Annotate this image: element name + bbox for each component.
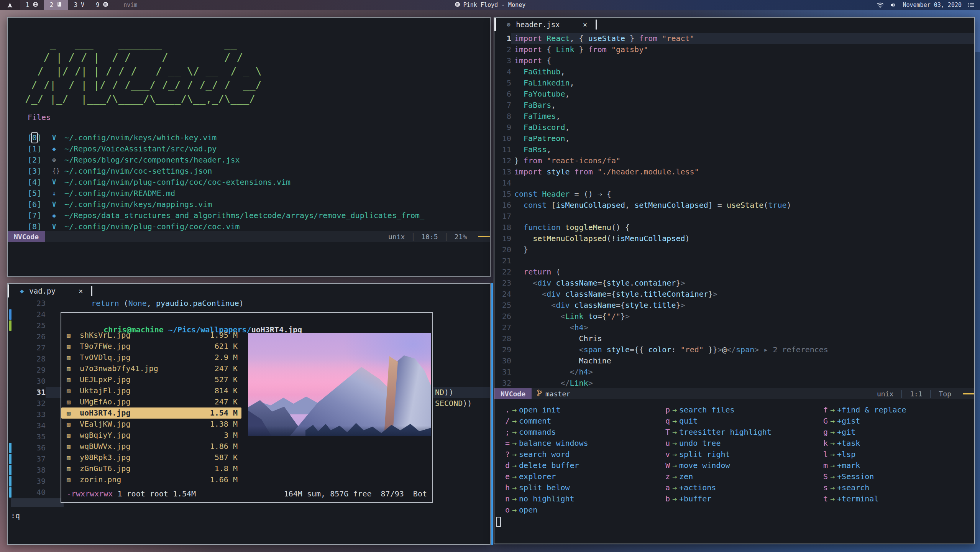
whichkey-binding[interactable]: k→+task: [818, 438, 906, 449]
whichkey-binding[interactable]: /→comment: [500, 416, 588, 427]
whichkey-binding[interactable]: l→+lsp: [818, 449, 906, 460]
file-item[interactable]: [2]⊛~/Repos/blog/src/components/header.j…: [8, 154, 490, 166]
whichkey-binding[interactable]: v→split right: [660, 449, 772, 460]
volume-icon[interactable]: [890, 2, 896, 8]
whichkey-binding[interactable]: b→+buffer: [660, 493, 772, 504]
code-line[interactable]: 25 <div className={style.title}>: [494, 300, 974, 311]
workspace-2-active[interactable]: 2: [44, 0, 68, 10]
file-item[interactable]: [6]V~/.config/nvim/keys/mappings.vim: [8, 199, 490, 210]
code-line[interactable]: 9 FaDiscord,: [494, 122, 974, 133]
workspace-1[interactable]: 1: [20, 0, 44, 10]
file-manager-row[interactable]: ▨wqBUWVx.jpg1.86 M: [61, 441, 241, 452]
code-line[interactable]: 32 </Link>: [494, 378, 974, 389]
whichkey-binding[interactable]: u→undo tree: [660, 438, 772, 449]
file-size: 621 K: [215, 341, 238, 352]
file-manager-row[interactable]: ▨UktajFl.jpg814 K: [61, 385, 241, 396]
whichkey-binding[interactable]: d→delete buffer: [500, 460, 588, 471]
code-line[interactable]: 11 FaRss,: [494, 144, 974, 155]
workspace-3[interactable]: 3 V: [68, 0, 90, 10]
whichkey-binding[interactable]: .→open init: [500, 404, 588, 416]
file-manager-row[interactable]: ▨UEJLpxP.jpg527 K: [61, 374, 241, 385]
close-icon[interactable]: ×: [583, 20, 587, 29]
code-line[interactable]: 6 FaYoutube,: [494, 89, 974, 100]
code-line[interactable]: 8 FaTimes,: [494, 111, 974, 122]
code-line[interactable]: 21: [494, 255, 974, 266]
code-line[interactable]: 23 return (None, pyaudio.paContinue): [8, 298, 490, 309]
code-line[interactable]: 5 FaLinkedin,: [494, 77, 974, 89]
code-line[interactable]: 18 function toggleMenu() {: [494, 222, 974, 233]
file-item[interactable]: [3]{}~/.config/nvim/coc-settings.json: [8, 166, 490, 177]
code-line[interactable]: 31 </h4>: [494, 366, 974, 378]
file-manager-row[interactable]: ▨VEaljKW.jpg1.38 M: [61, 419, 241, 430]
code-line[interactable]: 28 Chris: [494, 333, 974, 344]
file-manager-row[interactable]: ▨shKsVrL.jpg1.95 M: [61, 330, 241, 341]
whichkey-binding[interactable]: h→split below: [500, 482, 588, 493]
whichkey-binding[interactable]: S→+Session: [818, 471, 906, 482]
file-item[interactable]: [4]V~/.config/nvim/plug-config/coc/coc-e…: [8, 177, 490, 188]
file-manager-row[interactable]: ▨UMgEfAo.jpg247 K: [61, 396, 241, 407]
whichkey-key: a: [660, 482, 670, 493]
whichkey-binding[interactable]: ?→search word: [500, 449, 588, 460]
whichkey-binding[interactable]: t→+terminal: [818, 493, 906, 504]
file-manager-row[interactable]: ▨zorin.png1.66 M: [61, 474, 241, 485]
whichkey-binding[interactable]: f→+find & replace: [818, 404, 906, 416]
file-manager-row[interactable]: ▨zGnGuT6.jpg1.8 M: [61, 463, 241, 474]
code-line[interactable]: 14: [494, 177, 974, 189]
file-size: 587 K: [215, 452, 238, 463]
code-line[interactable]: 24 <div className={style.titleContainer}…: [494, 289, 974, 300]
file-item[interactable]: [5]↓~/.config/nvim/README.md: [8, 188, 490, 199]
code-line[interactable]: 12} from "react-icons/fa": [494, 155, 974, 166]
tab-label[interactable]: vad.py: [29, 287, 56, 295]
whichkey-binding[interactable]: m→+mark: [818, 460, 906, 471]
code-line[interactable]: 20 }: [494, 244, 974, 255]
code-line[interactable]: 13import style from "./header.module.les…: [494, 166, 974, 177]
file-manager-row[interactable]: ▨y08Rpk3.jpg587 K: [61, 452, 241, 463]
whichkey-binding[interactable]: o→open: [500, 504, 588, 516]
code-line[interactable]: 22 return (: [494, 266, 974, 278]
menu-list-icon[interactable]: [968, 2, 975, 8]
file-manager-row[interactable]: ▨T9o7FWe.jpg621 K: [61, 341, 241, 352]
code-line[interactable]: 26 <Link to={"/"}>: [494, 311, 974, 322]
code-line[interactable]: 10 FaPatreon,: [494, 133, 974, 144]
close-icon[interactable]: ×: [79, 287, 83, 295]
whichkey-binding[interactable]: e→explorer: [500, 471, 588, 482]
whichkey-binding[interactable]: =→balance windows: [500, 438, 588, 449]
whichkey-binding[interactable]: W→move window: [660, 460, 772, 471]
whichkey-binding[interactable]: s→+search: [818, 482, 906, 493]
code-line[interactable]: 19 setMenuCollapsed(!isMenuCollapsed): [494, 233, 974, 244]
workspace-9[interactable]: 9: [90, 0, 114, 10]
file-item[interactable]: [8]V~/.config/nvim/plug-config/coc/coc.v…: [8, 221, 490, 232]
code-line[interactable]: 23 <div className={style.container}>: [494, 278, 974, 289]
file-manager-row[interactable]: ▨uoH3RT4.jpg1.54 M: [61, 407, 241, 419]
code-line[interactable]: 30 Machine: [494, 355, 974, 366]
code-line[interactable]: 1import React, { useState } from "react": [494, 33, 974, 44]
file-manager-row[interactable]: ▨TvOVDlq.jpg2.9 M: [61, 352, 241, 363]
whichkey-binding[interactable]: n→no highlight: [500, 493, 588, 504]
code-line[interactable]: 7 FaBars,: [494, 100, 974, 111]
code-line[interactable]: 15const Header = () ⇒ {: [494, 189, 974, 200]
whichkey-binding[interactable]: z→zen: [660, 471, 772, 482]
wifi-icon[interactable]: [877, 2, 884, 8]
whichkey-binding[interactable]: ;→commands: [500, 427, 588, 438]
whichkey-binding[interactable]: T→treesitter highlight: [660, 427, 772, 438]
file-item[interactable]: [1]◆~/Repos/VoiceAssistant/src/vad.py: [8, 143, 490, 154]
file-item[interactable]: [7]◆~/Repos/data_structures_and_algorith…: [8, 210, 490, 221]
code-line[interactable]: 4 FaGithub,: [494, 66, 974, 77]
tab-label[interactable]: header.jsx: [516, 20, 560, 29]
file-manager-row[interactable]: ▨u7o3nwab7fy41.jpg247 K: [61, 363, 241, 374]
code-line[interactable]: 17: [494, 211, 974, 222]
code-line[interactable]: 3import {: [494, 55, 974, 66]
whichkey-binding[interactable]: g→+git: [818, 427, 906, 438]
whichkey-binding[interactable]: p→search files: [660, 404, 772, 416]
command-line[interactable]: :q: [11, 511, 20, 520]
code-line[interactable]: 29 <span style={{ color: "red" }}>@</spa…: [494, 344, 974, 355]
code-line[interactable]: 27 <h4>: [494, 322, 974, 333]
whichkey-binding[interactable]: q→quit: [660, 416, 772, 427]
code-line[interactable]: 16 const [isMenuCollapsed, setMenuCollap…: [494, 200, 974, 211]
file-item[interactable]: [0]V~/.config/nvim/keys/which-key.vim: [8, 132, 490, 143]
file-size: 1.38 M: [210, 419, 238, 430]
whichkey-binding[interactable]: a→+actions: [660, 482, 772, 493]
code-line[interactable]: 2import { Link } from "gatsby": [494, 44, 974, 55]
file-manager-row[interactable]: ▨wgBqiyY.jpg3 M: [61, 430, 241, 441]
whichkey-binding[interactable]: G→+gist: [818, 416, 906, 427]
